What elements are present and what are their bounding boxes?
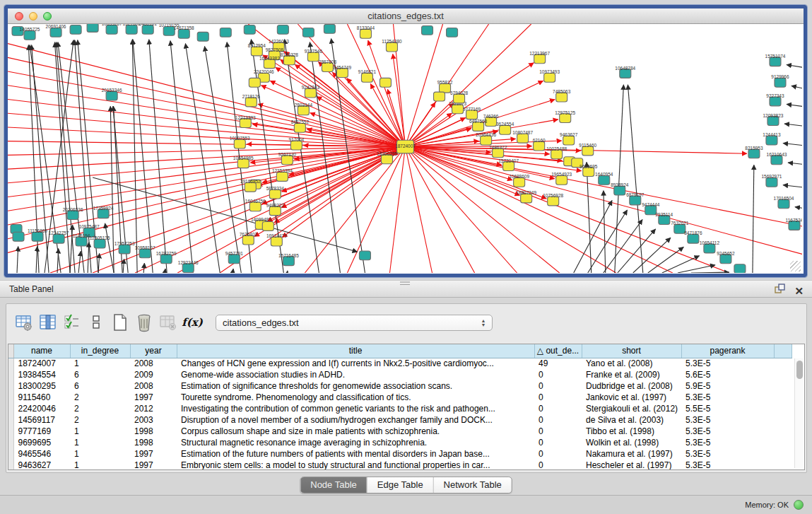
- cell[interactable]: 1: [70, 460, 130, 470]
- table-row[interactable]: 969969511998Structural magnetic resonanc…: [8, 437, 792, 448]
- cell[interactable]: Dudbridge et al. (2008): [582, 380, 681, 392]
- cell[interactable]: 5.5E-5: [681, 403, 774, 414]
- table-mode-icon[interactable]: [13, 312, 35, 333]
- cell[interactable]: Disruption of a novel member of a sodium…: [177, 414, 534, 426]
- network-node[interactable]: [447, 28, 458, 37]
- cell[interactable]: 0: [534, 448, 582, 460]
- cell[interactable]: 6: [70, 369, 130, 380]
- cell[interactable]: 0: [534, 414, 582, 426]
- network-node[interactable]: [220, 28, 231, 37]
- tab-edge-table[interactable]: Edge Table: [367, 477, 434, 493]
- cell[interactable]: 9699695: [13, 437, 70, 448]
- network-node[interactable]: [434, 92, 445, 101]
- panel-splitter-handle[interactable]: [400, 281, 410, 285]
- cell[interactable]: 1: [70, 426, 130, 437]
- column-header-name[interactable]: name: [13, 344, 70, 358]
- table-selector[interactable]: citations_edges.txt ▲▼: [216, 315, 493, 331]
- cell[interactable]: 1: [70, 358, 130, 369]
- table-row[interactable]: 911546021997Tourette syndrome. Phenomeno…: [8, 392, 792, 403]
- cell[interactable]: Tibbo et al. (1998): [582, 426, 681, 437]
- cell[interactable]: 1998: [130, 426, 177, 437]
- cell[interactable]: 2008: [130, 380, 177, 392]
- cell[interactable]: 0: [534, 380, 582, 392]
- cell[interactable]: 0: [534, 426, 582, 437]
- cell[interactable]: 2: [70, 414, 130, 426]
- table-row[interactable]: 946554611997Estimation of the future num…: [8, 448, 792, 460]
- delete-table-icon[interactable]: [158, 312, 179, 333]
- cell[interactable]: 18300295: [13, 380, 70, 392]
- network-node[interactable]: [249, 78, 260, 87]
- cell[interactable]: Investigating the contribution of common…: [177, 403, 534, 414]
- function-builder-icon[interactable]: f(x): [182, 312, 203, 333]
- cell[interactable]: 2008: [130, 358, 177, 369]
- column-header-pagerank[interactable]: pagerank: [681, 344, 774, 358]
- cell[interactable]: 5.3E-5: [681, 392, 774, 403]
- cell[interactable]: 5.9E-5: [681, 380, 774, 392]
- cell[interactable]: 5.3E-5: [681, 448, 774, 460]
- cell[interactable]: 19384554: [13, 369, 70, 380]
- network-node[interactable]: [359, 251, 370, 260]
- show-columns-icon[interactable]: [37, 312, 59, 333]
- network-node[interactable]: [244, 25, 255, 34]
- cell[interactable]: Estimation of significance thresholds fo…: [177, 380, 534, 392]
- cell[interactable]: 5.6E-5: [681, 369, 774, 380]
- delete-column-icon[interactable]: [134, 312, 155, 333]
- network-node[interactable]: [734, 264, 746, 273]
- cell[interactable]: Tourette syndrome. Phenomenology and cla…: [177, 392, 534, 403]
- cell[interactable]: Genome-wide association studies in ADHD.: [177, 369, 534, 380]
- network-node[interactable]: [422, 25, 433, 35]
- network-node[interactable]: [277, 25, 288, 34]
- table-row[interactable]: 2242004622012Investigating the contribut…: [8, 403, 792, 414]
- table-row[interactable]: 946362711997Embryonic stem cells: a mode…: [8, 460, 792, 470]
- table-row[interactable]: 1938455462009Genome-wide association stu…: [8, 369, 792, 380]
- network-node[interactable]: [87, 24, 98, 32]
- cell[interactable]: 1997: [130, 460, 177, 470]
- column-header-short[interactable]: short: [582, 344, 681, 358]
- cell[interactable]: Yano et al. (2008): [582, 358, 681, 369]
- cell[interactable]: 5.3E-5: [681, 460, 774, 470]
- cell[interactable]: 9777169: [13, 426, 70, 437]
- table-row[interactable]: 1456911722003Disruption of a novel membe…: [8, 414, 792, 426]
- cell[interactable]: 0: [534, 403, 582, 414]
- cell[interactable]: 6: [70, 380, 130, 392]
- network-node[interactable]: [13, 232, 24, 241]
- cell[interactable]: Changes of HCN gene expression and I(f) …: [177, 358, 534, 369]
- cell[interactable]: 9463627: [13, 460, 70, 470]
- cell[interactable]: 2: [70, 403, 130, 414]
- table-row[interactable]: 1872400712008Changes of HCN gene express…: [8, 358, 792, 369]
- cell[interactable]: 1: [70, 448, 130, 460]
- cell[interactable]: Corpus callosum shape and size in male p…: [177, 426, 534, 437]
- cell[interactable]: Wolkin et al. (1998): [582, 437, 681, 448]
- tab-node-table[interactable]: Node Table: [300, 477, 367, 493]
- cell[interactable]: 1998: [130, 437, 177, 448]
- cell[interactable]: Nakamura et al. (1997): [582, 448, 681, 460]
- create-column-icon[interactable]: [110, 312, 131, 333]
- cell[interactable]: 1997: [130, 448, 177, 460]
- network-node[interactable]: [70, 25, 81, 34]
- table-row[interactable]: 1830029562008Estimation of significance …: [8, 380, 792, 392]
- select-columns-icon[interactable]: [61, 312, 83, 333]
- float-panel-icon[interactable]: [775, 283, 786, 300]
- cell[interactable]: 22420046: [13, 403, 70, 414]
- cell[interactable]: 0: [534, 460, 582, 470]
- table-row[interactable]: 977716911998Corpus callosum shape and si…: [8, 426, 792, 437]
- cell[interactable]: 49: [534, 358, 582, 369]
- row-height-icon[interactable]: [86, 312, 107, 333]
- cell[interactable]: 1: [70, 437, 130, 448]
- cell[interactable]: 0: [534, 392, 582, 403]
- resize-grip[interactable]: [790, 261, 801, 271]
- close-panel-icon[interactable]: ✕: [794, 285, 804, 298]
- network-node[interactable]: [197, 32, 208, 41]
- cell[interactable]: 9115460: [13, 392, 70, 403]
- network-node[interactable]: [324, 24, 335, 33]
- tab-network-table[interactable]: Network Table: [434, 477, 512, 493]
- column-header-out_de[interactable]: △ out_de...: [534, 344, 582, 358]
- cell[interactable]: 14569117: [13, 414, 70, 426]
- cell[interactable]: Embryonic stem cells: a model to study s…: [177, 460, 534, 470]
- column-header-year[interactable]: year: [130, 344, 177, 358]
- cell[interactable]: Stergiakouli et al. (2012): [582, 403, 681, 414]
- cell[interactable]: 2: [70, 392, 130, 403]
- cell[interactable]: Structural magnetic resonance image aver…: [177, 437, 534, 448]
- network-graph[interactable]: 1405572520691406106532871527002646616110…: [8, 24, 802, 273]
- cell[interactable]: Jankovic et al. (1997): [582, 392, 681, 403]
